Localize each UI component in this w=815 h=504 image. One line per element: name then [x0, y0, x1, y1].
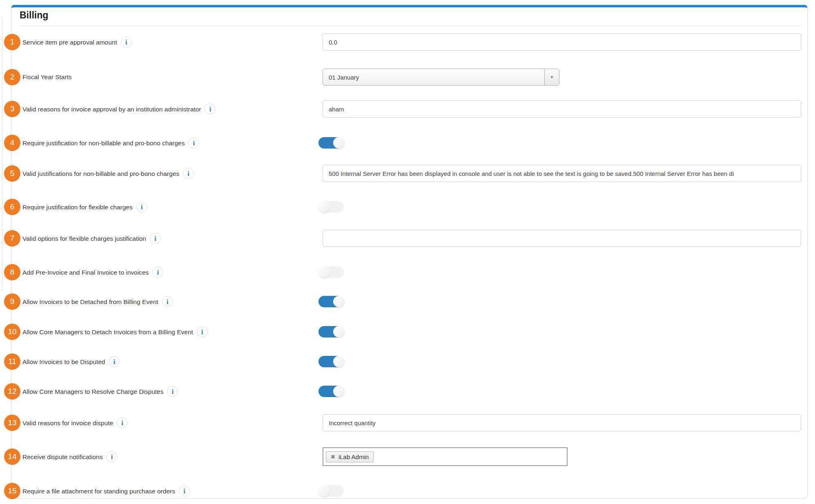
step-number-badge: 1: [4, 34, 20, 50]
setting-row: 14 Receive dispute notifications i ✖ iLa…: [0, 447, 815, 466]
chevron-down-icon[interactable]: ▼: [544, 69, 559, 85]
setting-label: Valid reasons for invoice dispute: [22, 419, 113, 426]
setting-row: 7 Valid options for flexible charges jus…: [0, 230, 815, 247]
invoice-dispute-reasons-input[interactable]: [323, 414, 801, 431]
invoice-approval-reasons-input[interactable]: [323, 100, 801, 118]
remove-tag-icon[interactable]: ✖: [331, 454, 335, 460]
toggle-knob: [333, 326, 345, 337]
setting-label: Allow Invoices to be Disputed: [22, 358, 105, 365]
step-number-badge: 2: [4, 69, 20, 85]
setting-row: 11 Allow Invoices to be Disputed i: [0, 353, 815, 370]
setting-row: 13 Valid reasons for invoice dispute i: [0, 414, 815, 431]
setting-label-group: Allow Core Managers to Resolve Charge Di…: [22, 386, 178, 397]
title-divider: [20, 26, 801, 26]
setting-label-group: Add Pre-Invoice and Final Invoice to inv…: [22, 267, 163, 278]
setting-label-group: Allow Invoices to be Disputed i: [22, 356, 120, 367]
require-po-attachment-toggle[interactable]: [318, 485, 344, 497]
require-justification-nonbillable-toggle[interactable]: [318, 137, 344, 149]
info-icon[interactable]: i: [109, 356, 120, 367]
toggle-knob: [333, 296, 345, 307]
setting-row: 15 Require a file attachment for standin…: [0, 482, 815, 500]
info-icon[interactable]: i: [197, 326, 208, 337]
setting-row: 9 Allow Invoices to be Detached from Bil…: [0, 293, 815, 310]
step-number-badge: 11: [4, 353, 20, 370]
core-managers-detach-toggle[interactable]: [318, 326, 344, 337]
setting-row: 2 Fiscal Year Starts 01 January ▼: [0, 69, 815, 86]
allow-invoice-dispute-toggle[interactable]: [318, 356, 344, 367]
require-justification-flexible-toggle[interactable]: [318, 201, 344, 213]
step-number-badge: 7: [4, 230, 20, 246]
step-number-badge: 10: [4, 324, 20, 340]
setting-row: 1 Service item pre approval amount i: [0, 33, 815, 51]
setting-label: Valid reasons for invoice approval by an…: [22, 105, 201, 113]
service-item-pre-approval-input[interactable]: [323, 33, 801, 51]
billing-settings-page: Billing 1 Service item pre approval amou…: [0, 0, 815, 504]
setting-label: Receive dispute notifications: [22, 453, 102, 460]
setting-label: Valid justifications for non-billable an…: [22, 170, 179, 177]
setting-label: Allow Core Managers to Detach Invoices f…: [22, 328, 193, 335]
setting-label-group: Require a file attachment for standing p…: [22, 486, 190, 497]
info-icon[interactable]: i: [179, 486, 190, 497]
setting-label: Require justification for non-billable a…: [22, 139, 185, 147]
tag-label: iLab Admin: [338, 453, 369, 460]
step-number-badge: 4: [4, 135, 20, 151]
step-number-badge: 5: [4, 165, 20, 182]
step-number-badge: 3: [4, 101, 20, 117]
setting-label-group: Require justification for flexible charg…: [22, 202, 147, 213]
setting-label-group: Receive dispute notifications i: [22, 451, 117, 462]
info-icon[interactable]: i: [121, 37, 132, 48]
setting-label: Service item pre approval amount: [22, 38, 117, 46]
setting-row: 12 Allow Core Managers to Resolve Charge…: [0, 383, 815, 400]
step-number-badge: 8: [4, 264, 20, 280]
toggle-knob: [318, 485, 330, 497]
setting-row: 6 Require justification for flexible cha…: [0, 198, 815, 215]
step-number-badge: 15: [4, 483, 20, 499]
allow-invoice-detach-toggle[interactable]: [318, 296, 344, 307]
info-icon[interactable]: i: [136, 202, 147, 213]
info-icon[interactable]: i: [188, 138, 199, 149]
setting-row: 3 Valid reasons for invoice approval by …: [0, 100, 815, 118]
info-icon[interactable]: i: [162, 296, 173, 307]
setting-label: Fiscal Year Starts: [22, 73, 72, 81]
setting-row: 4 Require justification for non-billable…: [0, 134, 815, 151]
setting-label-group: Valid reasons for invoice dispute i: [22, 417, 128, 429]
info-icon[interactable]: i: [152, 267, 163, 278]
step-number-badge: 9: [4, 293, 20, 310]
info-icon[interactable]: i: [106, 451, 117, 462]
valid-justifications-nonbillable-input[interactable]: [323, 165, 801, 182]
setting-row: 8 Add Pre-Invoice and Final Invoice to i…: [0, 264, 815, 281]
add-preinvoice-finalinvoice-toggle[interactable]: [318, 266, 344, 278]
step-number-badge: 6: [4, 199, 20, 215]
toggle-knob: [318, 201, 330, 213]
info-icon[interactable]: i: [117, 417, 128, 429]
step-number-badge: 13: [4, 415, 20, 431]
toggle-knob: [333, 137, 345, 149]
setting-label: Allow Invoices to be Detached from Billi…: [22, 298, 158, 305]
info-icon[interactable]: i: [167, 386, 178, 397]
setting-label-group: Service item pre approval amount i: [22, 37, 132, 48]
toggle-knob: [318, 266, 330, 278]
dispute-notifications-tagbox[interactable]: ✖ iLab Admin: [323, 447, 568, 466]
info-icon[interactable]: i: [205, 104, 216, 115]
tag-ilab-admin: ✖ iLab Admin: [326, 451, 374, 462]
setting-label: Valid options for flexible charges justi…: [22, 235, 146, 242]
info-icon[interactable]: i: [150, 233, 161, 244]
fiscal-year-selected-value: 01 January: [323, 74, 359, 81]
fiscal-year-select[interactable]: 01 January ▼: [323, 69, 559, 86]
setting-label: Require justification for flexible charg…: [22, 203, 133, 211]
toggle-knob: [333, 356, 345, 367]
setting-row: 10 Allow Core Managers to Detach Invoice…: [0, 323, 815, 340]
flexible-charges-options-input[interactable]: [323, 230, 801, 247]
setting-label-group: Require justification for non-billable a…: [22, 138, 199, 149]
setting-label-group: Valid options for flexible charges justi…: [22, 233, 161, 244]
page-title: Billing: [20, 10, 48, 21]
setting-label-group: Valid justifications for non-billable an…: [22, 168, 194, 179]
setting-label: Require a file attachment for standing p…: [22, 487, 175, 495]
info-icon[interactable]: i: [183, 168, 194, 179]
step-number-badge: 12: [4, 383, 20, 400]
toggle-knob: [333, 386, 345, 397]
page-left-border: [2, 18, 2, 290]
setting-label: Allow Core Managers to Resolve Charge Di…: [22, 388, 163, 395]
resolve-charge-disputes-toggle[interactable]: [318, 386, 344, 397]
setting-label-group: Allow Core Managers to Detach Invoices f…: [22, 326, 208, 337]
